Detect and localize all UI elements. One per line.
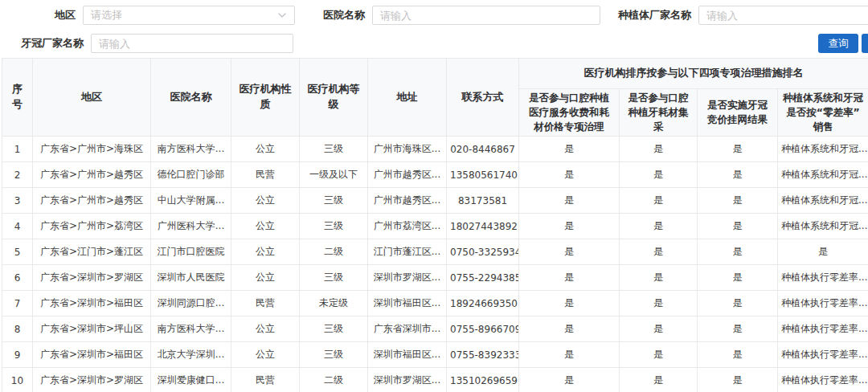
contact-cell: 0755-83923333 <box>447 342 519 368</box>
institution-type-cell: 公立 <box>231 265 300 291</box>
query-button[interactable]: 查询 <box>818 34 858 53</box>
bidding-result-cell: 是 <box>698 162 778 188</box>
zero-markup-cell: 种植体系统和牙冠... <box>778 214 868 239</box>
fee-governance-cell: 是 <box>519 137 620 162</box>
fee-governance-cell: 是 <box>519 239 620 265</box>
contact-cell: 18924669350 <box>447 291 519 316</box>
fee-governance-cell: 是 <box>519 265 620 291</box>
contact-cell: 0755-89667096 <box>447 316 519 342</box>
index-cell: 4 <box>2 214 33 239</box>
institution-grade-cell: 三级 <box>300 214 368 239</box>
filter-region: 地区 请选择 <box>29 6 295 25</box>
index-cell: 7 <box>2 291 33 316</box>
institution-grade-cell: 三级 <box>300 342 368 368</box>
procurement-cell: 是 <box>620 188 698 214</box>
institution-grade-cell: 一级及以下 <box>300 162 368 188</box>
hospital-name-cell: 德伦口腔门诊部 <box>151 162 231 188</box>
institution-grade-cell: 二级 <box>300 239 368 265</box>
zero-markup-cell: 种植体执行零差率... <box>778 291 868 316</box>
address-cell: 深圳市福田区... <box>368 291 447 316</box>
bidding-result-cell: 是 <box>698 316 778 342</box>
table-row: 10广东省>深圳市>罗湖区深圳爱康健口...民营二级深圳市罗湖区...13510… <box>2 368 868 392</box>
procurement-cell: 是 <box>620 342 698 368</box>
institution-type-cell: 民营 <box>231 291 300 316</box>
bidding-result-cell: 是 <box>698 137 778 162</box>
hospital-name-label: 医院名称 <box>320 8 365 22</box>
fee-governance-cell: 是 <box>519 368 620 392</box>
bidding-result-cell: 是 <box>698 265 778 291</box>
procurement-cell: 是 <box>620 316 698 342</box>
chevron-down-icon <box>277 10 287 20</box>
bidding-result-cell: 是 <box>698 368 778 392</box>
hospital-name-cell: 中山大学附属... <box>151 188 231 214</box>
bidding-result-cell: 是 <box>698 188 778 214</box>
table-row: 6广东省>深圳市>罗湖区深圳市人民医院公立三级深圳市罗湖区...0755-229… <box>2 265 868 291</box>
institution-grade-cell: 未定级 <box>300 291 368 316</box>
table-row: 9广东省>深圳市>福田区北京大学深圳...公立三级深圳市福田区...0755-8… <box>2 342 868 368</box>
region-cell: 广东省>广州市>海珠区 <box>33 137 151 162</box>
group-header-ranking: 医疗机构排序按参与以下四项专项治理措施排名 <box>519 59 868 89</box>
col-header-region: 地区 <box>33 59 151 137</box>
hospital-name-cell: 深圳同源口腔... <box>151 291 231 316</box>
hospital-name-cell: 深圳爱康健口... <box>151 368 231 392</box>
contact-cell: 020-8446867 <box>447 137 519 162</box>
address-cell: 江门市蓬江区... <box>368 239 447 265</box>
address-cell: 广州市海珠区... <box>368 137 447 162</box>
zero-markup-cell: 种植体执行零差率... <box>778 368 868 392</box>
secondary-button-partial[interactable] <box>862 34 868 53</box>
table-row: 8广东省>深圳市>坪山区南方医科大学...公立三级广东省深圳市...0755-8… <box>2 316 868 342</box>
table-row: 4广东省>广州市>荔湾区广州医科大学...公立三级广州市荔湾区...180274… <box>2 214 868 239</box>
filter-crown-manufacturer: 牙冠厂家名称 <box>19 34 293 53</box>
procurement-cell: 是 <box>620 214 698 239</box>
col-header-hospital-name: 医院名称 <box>151 59 231 137</box>
region-cell: 广东省>深圳市>坪山区 <box>33 316 151 342</box>
col-header-index: 序号 <box>2 59 33 137</box>
region-cell: 广东省>广州市>越秀区 <box>33 188 151 214</box>
hospital-name-cell: 南方医科大学... <box>151 137 231 162</box>
institution-type-cell: 公立 <box>231 214 300 239</box>
region-cell: 广东省>广州市>荔湾区 <box>33 214 151 239</box>
crown-manufacturer-input[interactable] <box>99 35 285 52</box>
institution-type-cell: 民营 <box>231 368 300 392</box>
fee-governance-cell: 是 <box>519 291 620 316</box>
institution-grade-cell: 三级 <box>300 265 368 291</box>
institution-grade-cell: 三级 <box>300 316 368 342</box>
index-cell: 3 <box>2 188 33 214</box>
zero-markup-cell: 是 <box>778 239 868 265</box>
table-row: 1广东省>广州市>海珠区南方医科大学...公立三级广州市海珠区...020-84… <box>2 137 868 162</box>
hospital-name-input[interactable] <box>380 6 592 24</box>
institution-type-cell: 公立 <box>231 239 300 265</box>
address-cell: 深圳市罗湖区... <box>368 368 447 392</box>
procurement-cell: 是 <box>620 265 698 291</box>
col-header-fee-governance: 是否参与口腔种植医疗服务收费和耗材价格专项治理 <box>519 89 620 137</box>
contact-cell: 13580561740 <box>447 162 519 188</box>
index-cell: 1 <box>2 137 33 162</box>
hospital-name-cell: 南方医科大学... <box>151 316 231 342</box>
institution-type-cell: 公立 <box>231 316 300 342</box>
bidding-result-cell: 是 <box>698 239 778 265</box>
address-cell: 广东省深圳市... <box>368 316 447 342</box>
index-cell: 6 <box>2 265 33 291</box>
index-cell: 5 <box>2 239 33 265</box>
address-cell: 深圳市福田区... <box>368 342 447 368</box>
hospital-table: 序号 地区 医院名称 医疗机构性质 医疗机构等级 地址 联系方式 医疗机构排序按… <box>2 58 868 392</box>
contact-cell: 0755-22943857 <box>447 265 519 291</box>
zero-markup-cell: 种植体系统和牙冠... <box>778 137 868 162</box>
institution-type-cell: 民营 <box>231 162 300 188</box>
region-select[interactable]: 请选择 <box>83 6 295 25</box>
col-header-procurement: 是否参与口腔种植牙耗材集采 <box>620 89 698 137</box>
table-row: 5广东省>江门市>蓬江区江门市口腔医院公立二级江门市蓬江区...0750-332… <box>2 239 868 265</box>
implant-manufacturer-input[interactable] <box>706 6 868 24</box>
region-cell: 广东省>深圳市>罗湖区 <box>33 368 151 392</box>
page: 地区 请选择 医院名称 种植体厂家名称 牙冠厂家名称 查询 <box>0 0 868 392</box>
address-cell: 广州市越秀区... <box>368 162 447 188</box>
procurement-cell: 是 <box>620 137 698 162</box>
contact-cell: 83173581 <box>447 188 519 214</box>
institution-type-cell: 公立 <box>231 188 300 214</box>
procurement-cell: 是 <box>620 291 698 316</box>
region-cell: 广东省>江门市>蓬江区 <box>33 239 151 265</box>
zero-markup-cell: 种植体系统和牙冠... <box>778 188 868 214</box>
col-header-institution-grade: 医疗机构等级 <box>300 59 368 137</box>
contact-cell: 18027443892 <box>447 214 519 239</box>
index-cell: 2 <box>2 162 33 188</box>
